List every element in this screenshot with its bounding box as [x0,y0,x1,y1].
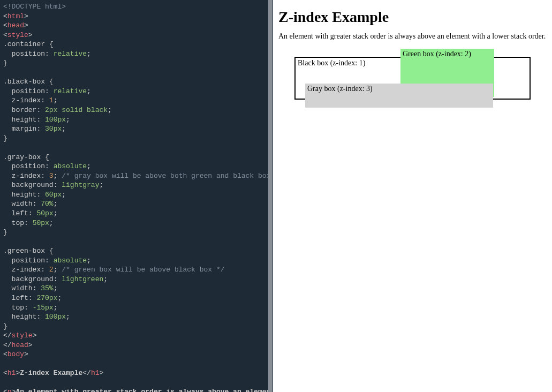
preview-pane: Z-index Example An element with greater … [273,0,552,392]
sel-gray-box: .gray-box [3,153,41,161]
pane-divider[interactable] [268,0,273,392]
tag-p: p [7,388,12,392]
comment-gray: /* gray box will be above both green and… [62,172,268,180]
tag-style-open: style [7,31,28,39]
tag-html-open: html [7,12,24,20]
code-p-text-a: An element with greater stack order is a… [16,388,268,392]
app-root: <!DOCTYPE html> <html> <head> <style> .c… [0,0,552,392]
val-relative: relative [54,50,87,58]
preview-container: Black box (z-index: 1) Gray box (z-index… [278,57,547,100]
sel-green-box: .green-box [3,247,45,255]
code-editor[interactable]: <!DOCTYPE html> <html> <head> <style> .c… [0,0,268,392]
preview-title: Z-index Example [278,9,547,26]
sel-black-box: .black-box [3,78,45,86]
tag-head-close: head [12,341,28,349]
tag-style-close: style [12,331,33,340]
code-h1-text: Z-index Example [20,369,82,377]
preview-paragraph: An element with greater stack order is a… [278,32,547,41]
code-doctype: <!DOCTYPE html> [3,3,66,11]
preview-gray-box: Gray box (z-index: 3) [305,84,493,108]
comment-green: /* green box will be above black box */ [62,266,224,274]
sel-container: .container [3,40,45,48]
tag-head-open: head [7,21,24,29]
prop-position: position [12,50,45,58]
tag-h1: h1 [7,369,16,377]
tag-body-open: body [7,350,24,358]
